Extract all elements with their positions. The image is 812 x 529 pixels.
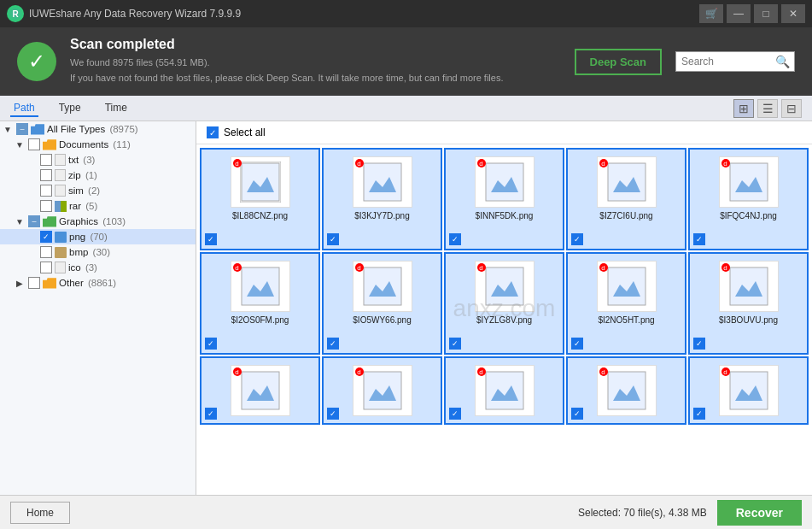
- filename-7: $IO5WY66.png: [353, 315, 411, 325]
- file-thumb-5[interactable]: d ✓ $IFQC4NJ.png: [688, 148, 809, 250]
- file-thumb-9[interactable]: d ✓ $I2NO5HT.png: [566, 252, 686, 355]
- maximize-button[interactable]: □: [754, 4, 778, 23]
- file-thumb-8[interactable]: d ✓ $IYZLG8V.png: [444, 252, 564, 355]
- thumb-check-11[interactable]: ✓: [205, 408, 217, 420]
- svg-rect-15: [486, 267, 523, 305]
- thumb-check-5[interactable]: ✓: [693, 233, 705, 245]
- sidebar-item-documents[interactable]: ▼ Documents (11): [0, 137, 196, 152]
- check-all[interactable]: –: [16, 123, 28, 135]
- expand-icon: ▼: [2, 125, 14, 134]
- img-svg-12: [362, 370, 403, 411]
- file-thumb-15[interactable]: d ✓: [688, 356, 809, 425]
- file-thumb-10[interactable]: d ✓ $I3BOUVU.png: [688, 252, 809, 355]
- check-zip[interactable]: [40, 169, 52, 181]
- sidebar-item-png[interactable]: ✓ png (70): [0, 229, 196, 244]
- sidebar-item-ico[interactable]: ico (3): [0, 260, 196, 275]
- app-title: IUWEshare Any Data Recovery Wizard 7.9.9…: [29, 8, 699, 20]
- thumb-check-8[interactable]: ✓: [449, 338, 461, 350]
- file-thumb-4[interactable]: d ✓ $IZ7CI6U.png: [566, 148, 686, 250]
- thumb-img-13: d: [475, 365, 535, 416]
- svg-rect-0: [242, 163, 279, 201]
- check-png[interactable]: ✓: [40, 231, 52, 243]
- search-input[interactable]: [681, 56, 775, 68]
- thumb-check-12[interactable]: ✓: [327, 408, 339, 420]
- grid-view-button[interactable]: ⊞: [733, 99, 754, 118]
- sidebar-item-txt[interactable]: txt (3): [0, 152, 196, 168]
- header-text-area: Scan completed We found 8975 files (554.…: [70, 37, 561, 85]
- count-ico: (3): [83, 262, 97, 273]
- sidebar-item-graphics[interactable]: ▼ – Graphics (103): [0, 214, 196, 229]
- expand-docs-icon: ▼: [14, 140, 26, 150]
- sidebar-item-bmp[interactable]: bmp (30): [0, 244, 196, 260]
- search-box: 🔍: [675, 51, 795, 72]
- check-other[interactable]: [28, 277, 40, 289]
- thumb-check-6[interactable]: ✓: [205, 338, 217, 350]
- svg-rect-17: [608, 267, 646, 305]
- label-png: png: [69, 232, 85, 242]
- folder-doc-icon: [43, 139, 56, 150]
- count-docs: (11): [110, 139, 131, 150]
- tab-time[interactable]: Time: [102, 100, 131, 117]
- tab-path[interactable]: Path: [10, 100, 38, 117]
- thumb-img-3: d: [475, 156, 535, 208]
- detail-view-button[interactable]: ⊟: [781, 99, 802, 118]
- recover-button[interactable]: Recover: [717, 500, 802, 526]
- thumb-check-1[interactable]: ✓: [205, 233, 217, 245]
- tab-type[interactable]: Type: [55, 100, 85, 117]
- cart-button[interactable]: 🛒: [699, 4, 723, 23]
- count-sim: (2): [85, 185, 100, 196]
- img-svg-2: [362, 162, 403, 203]
- img-svg-10: [728, 266, 769, 307]
- sidebar-item-all-file-types[interactable]: ▼ – All File Types (8975): [0, 121, 196, 137]
- list-view-button[interactable]: ☰: [757, 99, 778, 118]
- file-thumb-12[interactable]: d ✓: [322, 356, 442, 425]
- img-svg-3: [484, 162, 525, 203]
- deep-scan-button[interactable]: Deep Scan: [575, 49, 662, 75]
- file-thumb-6[interactable]: d ✓ $I2OS0FM.png: [200, 252, 320, 355]
- thumb-img-11: d: [231, 365, 290, 416]
- file-thumb-3[interactable]: d ✓ $INNF5DK.png: [444, 148, 564, 250]
- thumb-check-3[interactable]: ✓: [449, 233, 461, 245]
- thumb-check-4[interactable]: ✓: [571, 233, 583, 245]
- filename-8: $IYZLG8V.png: [476, 315, 532, 325]
- scan-title: Scan completed: [70, 37, 561, 52]
- sidebar-item-zip[interactable]: zip (1): [0, 168, 196, 183]
- deleted-badge-2: d: [355, 159, 364, 168]
- file-thumb-11[interactable]: d ✓: [200, 356, 320, 425]
- count-zip: (1): [83, 170, 97, 180]
- check-docs[interactable]: [28, 138, 40, 150]
- rar-icon: [55, 201, 67, 212]
- thumb-check-14[interactable]: ✓: [571, 408, 583, 420]
- home-button[interactable]: Home: [10, 502, 70, 524]
- sim-icon: [55, 185, 66, 197]
- check-bmp[interactable]: [40, 246, 52, 258]
- minimize-button[interactable]: —: [727, 4, 751, 23]
- thumb-check-2[interactable]: ✓: [327, 233, 339, 245]
- thumb-check-7[interactable]: ✓: [327, 338, 339, 350]
- close-button[interactable]: ✕: [781, 4, 805, 23]
- thumb-check-15[interactable]: ✓: [693, 408, 705, 420]
- deleted-badge-4: d: [599, 159, 608, 168]
- check-rar[interactable]: [40, 200, 52, 212]
- svg-rect-13: [364, 267, 401, 305]
- file-thumb-2[interactable]: d ✓ $I3KJY7D.png: [322, 148, 442, 250]
- file-thumb-13[interactable]: d ✓: [444, 356, 564, 425]
- status-text: Selected: 70 file(s), 4.38 MB: [70, 507, 707, 519]
- select-all-checkbox[interactable]: ✓: [207, 126, 219, 138]
- tab-bar: Path Type Time ⊞ ☰ ⊟: [0, 96, 812, 121]
- check-sim[interactable]: [40, 185, 52, 197]
- sidebar-item-sim[interactable]: sim (2): [0, 183, 196, 198]
- check-txt[interactable]: [40, 154, 52, 166]
- thumb-check-10[interactable]: ✓: [693, 338, 705, 350]
- sidebar-item-rar[interactable]: rar (5): [0, 198, 196, 214]
- thumb-check-13[interactable]: ✓: [449, 408, 461, 420]
- thumb-check-9[interactable]: ✓: [571, 338, 583, 350]
- sidebar-item-other[interactable]: ▶ Other (8861): [0, 275, 196, 291]
- check-ico[interactable]: [40, 262, 52, 273]
- file-thumb-14[interactable]: d ✓: [566, 356, 686, 425]
- check-graphics[interactable]: –: [28, 215, 40, 227]
- select-all-bar: ✓ Select all: [196, 121, 812, 144]
- file-thumb-1[interactable]: d ✓ $IL88CNZ.png: [200, 148, 320, 250]
- img-svg-13: [484, 370, 525, 411]
- file-thumb-7[interactable]: d ✓ $IO5WY66.png: [322, 252, 442, 355]
